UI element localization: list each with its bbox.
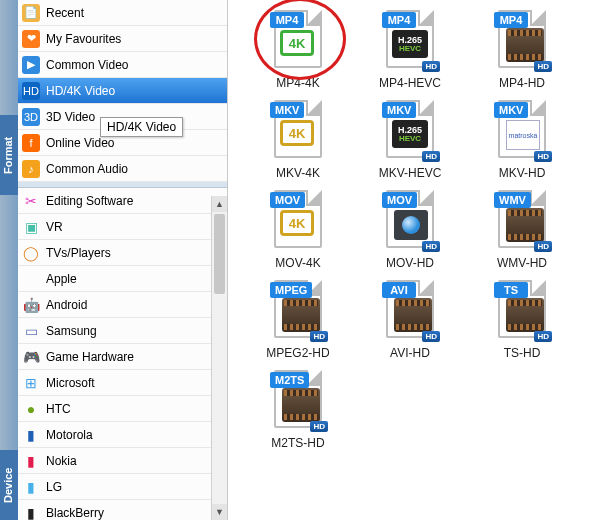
format-label: MKV-HD: [499, 166, 546, 180]
format-label: MP4-4K: [276, 76, 319, 90]
ext-band: MP4: [382, 12, 416, 28]
format-ts-hd[interactable]: TSHDTS-HD: [466, 278, 578, 360]
format-mov-4k[interactable]: MOV4KMOV-4K: [242, 188, 354, 270]
sidebar-item-common-audio[interactable]: ♪Common Audio: [18, 156, 227, 182]
format-label: MPEG2-HD: [266, 346, 329, 360]
format-icon: AVIHD: [378, 278, 442, 342]
category-icon: ✂: [22, 192, 40, 210]
category-icon: 3D: [22, 108, 40, 126]
category-icon: ▮: [22, 504, 40, 521]
hd-chip: HD: [310, 421, 328, 432]
sidebar-item-label: Nokia: [46, 454, 221, 468]
ext-band: MOV: [382, 192, 417, 208]
format-icon: M2TSHD: [266, 368, 330, 432]
side-tab-format[interactable]: Format: [0, 115, 18, 195]
format-wmv-hd[interactable]: WMVHDWMV-HD: [466, 188, 578, 270]
format-icon: MOV4K: [266, 188, 330, 252]
hd-chip: HD: [422, 241, 440, 252]
hd-chip: HD: [534, 331, 552, 342]
category-icon: 🤖: [22, 296, 40, 314]
sidebar-item-my-favourites[interactable]: ❤My Favourites: [18, 26, 227, 52]
sidebar-list: 📄Recent❤My Favourites▶Common VideoHDHD/4…: [18, 0, 227, 520]
format-avi-hd[interactable]: AVIHDAVI-HD: [354, 278, 466, 360]
ext-band: M2TS: [270, 372, 309, 388]
category-icon: ▮: [22, 452, 40, 470]
sidebar-item-editing-software[interactable]: ✂Editing Software: [18, 188, 227, 214]
category-icon: ◯: [22, 244, 40, 262]
side-tab-device[interactable]: Device: [0, 450, 18, 520]
format-icon: MP4HD: [490, 8, 554, 72]
category-icon: ▮: [22, 426, 40, 444]
format-label: MP4-HEVC: [379, 76, 441, 90]
sidebar-scrollbar[interactable]: ▲ ▼: [211, 196, 227, 520]
format-mov-hd[interactable]: MOVHDMOV-HD: [354, 188, 466, 270]
sidebar-item-label: Common Video: [46, 58, 221, 72]
format-grid-pane: MP44KMP4-4KMP4H.265HEVCHDMP4-HEVCMP4HDMP…: [228, 0, 612, 520]
ext-band: AVI: [382, 282, 416, 298]
side-tab-strip: Format Device: [0, 0, 18, 520]
sidebar-item-lg[interactable]: ▮LG: [18, 474, 227, 500]
format-m2ts-hd[interactable]: M2TSHDM2TS-HD: [242, 368, 354, 450]
sidebar-item-label: VR: [46, 220, 221, 234]
format-mpeg2-hd[interactable]: MPEGHDMPEG2-HD: [242, 278, 354, 360]
format-mp4-hevc[interactable]: MP4H.265HEVCHDMP4-HEVC: [354, 8, 466, 90]
category-icon: ●: [22, 400, 40, 418]
hd-chip: HD: [422, 151, 440, 162]
sidebar-item-label: Common Audio: [46, 162, 221, 176]
sidebar-item-apple[interactable]: Apple: [18, 266, 227, 292]
category-icon: ❤: [22, 30, 40, 48]
format-label: TS-HD: [504, 346, 541, 360]
format-mp4-hd[interactable]: MP4HDMP4-HD: [466, 8, 578, 90]
hd-chip: HD: [310, 331, 328, 342]
sidebar-item-label: Editing Software: [46, 194, 221, 208]
sidebar-item-recent[interactable]: 📄Recent: [18, 0, 227, 26]
scroll-down-icon[interactable]: ▼: [212, 504, 227, 520]
sidebar: Format Device 📄Recent❤My Favourites▶Comm…: [0, 0, 228, 520]
format-icon: WMVHD: [490, 188, 554, 252]
format-mp4-4k[interactable]: MP44KMP4-4K: [242, 8, 354, 90]
sidebar-item-label: Apple: [46, 272, 221, 286]
hd-chip: HD: [534, 61, 552, 72]
sidebar-item-motorola[interactable]: ▮Motorola: [18, 422, 227, 448]
sidebar-item-vr[interactable]: ▣VR: [18, 214, 227, 240]
format-icon: MOVHD: [378, 188, 442, 252]
ext-band: WMV: [494, 192, 531, 208]
scroll-up-icon[interactable]: ▲: [212, 196, 227, 212]
ext-band: MKV: [494, 102, 528, 118]
hd-chip: HD: [422, 61, 440, 72]
format-label: WMV-HD: [497, 256, 547, 270]
sidebar-item-htc[interactable]: ●HTC: [18, 396, 227, 422]
sidebar-item-label: HD/4K Video: [46, 84, 221, 98]
format-icon: MP44K: [266, 8, 330, 72]
sidebar-item-label: TVs/Players: [46, 246, 221, 260]
format-mkv-4k[interactable]: MKV4KMKV-4K: [242, 98, 354, 180]
format-icon: MKVH.265HEVCHD: [378, 98, 442, 162]
scroll-thumb[interactable]: [214, 214, 225, 294]
category-icon: ▮: [22, 478, 40, 496]
format-icon: MPEGHD: [266, 278, 330, 342]
sidebar-item-android[interactable]: 🤖Android: [18, 292, 227, 318]
category-icon: ▶: [22, 56, 40, 74]
format-mkv-hevc[interactable]: MKVH.265HEVCHDMKV-HEVC: [354, 98, 466, 180]
category-icon: f: [22, 134, 40, 152]
sidebar-item-common-video[interactable]: ▶Common Video: [18, 52, 227, 78]
sidebar-item-nokia[interactable]: ▮Nokia: [18, 448, 227, 474]
category-icon: HD: [22, 82, 40, 100]
sidebar-item-hd-4k-video[interactable]: HDHD/4K Video: [18, 78, 227, 104]
sidebar-item-blackberry[interactable]: ▮BlackBerry: [18, 500, 227, 520]
category-icon: 🎮: [22, 348, 40, 366]
sidebar-item-game-hardware[interactable]: 🎮Game Hardware: [18, 344, 227, 370]
format-mkv-hd[interactable]: MKVmatroskaHDMKV-HD: [466, 98, 578, 180]
sidebar-item-label: Microsoft: [46, 376, 221, 390]
ext-band: MP4: [270, 12, 304, 28]
sidebar-item-samsung[interactable]: ▭Samsung: [18, 318, 227, 344]
format-label: MP4-HD: [499, 76, 545, 90]
sidebar-item-tvs-players[interactable]: ◯TVs/Players: [18, 240, 227, 266]
ext-band: TS: [494, 282, 528, 298]
category-icon: ▣: [22, 218, 40, 236]
sidebar-item-label: HTC: [46, 402, 221, 416]
sidebar-item-label: Samsung: [46, 324, 221, 338]
hd-chip: HD: [534, 241, 552, 252]
sidebar-item-microsoft[interactable]: ⊞Microsoft: [18, 370, 227, 396]
ext-band: MOV: [270, 192, 305, 208]
